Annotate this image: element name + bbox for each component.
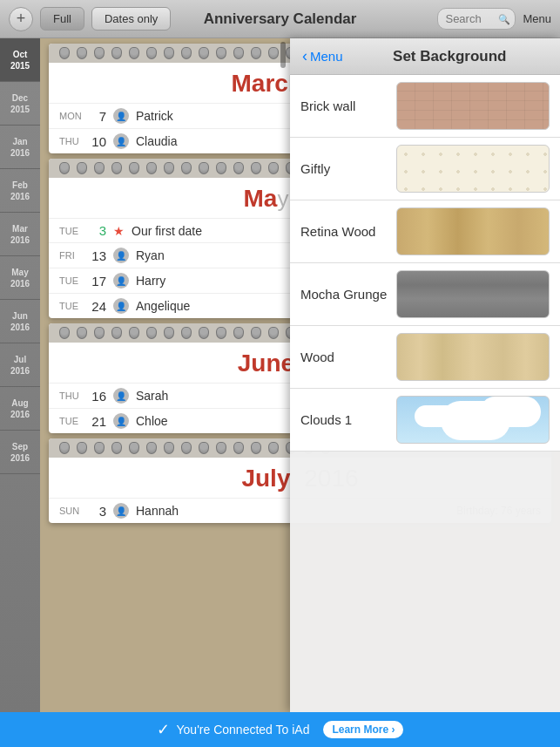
spiral-dot bbox=[59, 162, 70, 174]
spiral-dot bbox=[146, 47, 157, 59]
spiral-dot bbox=[146, 327, 157, 339]
bg-preview-mocha bbox=[396, 270, 550, 318]
search-wrap bbox=[437, 8, 516, 30]
sidebar-item-dec2015[interactable]: Dec 2015 bbox=[0, 82, 40, 126]
person-icon: 👤 bbox=[113, 503, 129, 519]
bg-preview-giftly bbox=[396, 145, 550, 193]
bg-option-retina-wood[interactable]: Retina Wood bbox=[290, 200, 560, 263]
bg-option-mocha-grunge[interactable]: Mocha Grunge bbox=[290, 263, 560, 326]
spiral-dot bbox=[129, 47, 139, 59]
check-icon: ✓ bbox=[157, 720, 170, 739]
spiral-dot bbox=[199, 442, 209, 454]
bg-label-clouds: Clouds 1 bbox=[300, 412, 396, 427]
top-bar-left: + Full Dates only bbox=[9, 7, 171, 31]
full-button[interactable]: Full bbox=[40, 7, 84, 31]
bg-label-wood: Wood bbox=[300, 350, 396, 364]
spiral-dot bbox=[233, 47, 244, 59]
back-label: Menu bbox=[310, 49, 343, 64]
spiral-dot bbox=[199, 327, 209, 339]
spiral-dot bbox=[251, 442, 261, 454]
person-icon: 👤 bbox=[113, 133, 129, 149]
sidebar-item-may2016[interactable]: May 2016 bbox=[0, 256, 40, 300]
spiral-dot bbox=[233, 327, 244, 339]
spiral-dot bbox=[94, 327, 105, 339]
person-icon: 👤 bbox=[113, 388, 129, 404]
spiral-dot bbox=[233, 162, 244, 174]
spiral-dot bbox=[111, 327, 122, 339]
scroll-indicator[interactable] bbox=[280, 42, 286, 68]
person-icon: 👤 bbox=[113, 298, 129, 314]
spiral-dot bbox=[94, 47, 105, 59]
spiral-dot bbox=[216, 442, 226, 454]
spiral-dot bbox=[164, 442, 174, 454]
spiral-dot bbox=[129, 327, 139, 339]
bg-option-brick-wall[interactable]: Brick wall bbox=[290, 75, 560, 138]
spiral-dot bbox=[111, 47, 122, 59]
person-icon: 👤 bbox=[113, 273, 129, 289]
spiral-dot bbox=[111, 442, 122, 454]
spiral-dot bbox=[268, 327, 279, 339]
spiral-dot bbox=[111, 162, 122, 174]
top-bar: + Full Dates only Anniversary Calendar M… bbox=[0, 0, 560, 38]
spiral-dot bbox=[77, 162, 87, 174]
spiral-dot bbox=[251, 47, 261, 59]
app-title: Anniversary Calendar bbox=[204, 10, 357, 28]
spiral-dot bbox=[268, 442, 279, 454]
spiral-dot bbox=[129, 442, 139, 454]
spiral-dot bbox=[164, 47, 174, 59]
sidebar-item-aug2016[interactable]: Aug 2016 bbox=[0, 387, 40, 431]
spiral-dot bbox=[216, 327, 226, 339]
spiral-dot bbox=[129, 162, 139, 174]
bg-label-retina-wood: Retina Wood bbox=[300, 224, 396, 239]
bg-option-wood[interactable]: Wood bbox=[290, 326, 560, 389]
bg-label-mocha: Mocha Grunge bbox=[300, 287, 396, 302]
ad-text: You're Connected To iAd bbox=[177, 723, 310, 737]
back-button[interactable]: ‹ Menu bbox=[302, 47, 343, 65]
search-input[interactable] bbox=[437, 8, 516, 30]
spiral-dot bbox=[77, 327, 87, 339]
spiral-dot bbox=[268, 47, 279, 59]
spiral-dot bbox=[233, 442, 244, 454]
sidebar-item-feb2016[interactable]: Feb 2016 bbox=[0, 169, 40, 213]
sidebar-item-sep2016[interactable]: Sep 2016 bbox=[0, 431, 40, 474]
sidebar-item-mar2016[interactable]: Mar 2016 bbox=[0, 213, 40, 256]
spiral-dot bbox=[251, 327, 261, 339]
spiral-dot bbox=[181, 327, 192, 339]
set-background-panel: ‹ Menu Set Background Brick wall Giftly … bbox=[290, 38, 560, 712]
spiral-dot bbox=[59, 327, 70, 339]
sidebar: Oct 2015 Dec 2015 Jan 2016 Feb 2016 Mar … bbox=[0, 38, 40, 712]
spiral-dot bbox=[199, 162, 209, 174]
spiral-dot bbox=[199, 47, 209, 59]
bg-preview-retina-wood bbox=[396, 207, 550, 255]
bg-preview-clouds bbox=[396, 396, 550, 444]
bg-label-brick: Brick wall bbox=[300, 98, 396, 113]
spiral-dot bbox=[164, 162, 174, 174]
overlay-title: Set Background bbox=[352, 48, 548, 65]
sidebar-item-oct2015[interactable]: Oct 2015 bbox=[0, 38, 40, 82]
spiral-dot bbox=[94, 442, 105, 454]
bg-label-giftly: Giftly bbox=[300, 161, 396, 176]
spiral-dot bbox=[146, 442, 157, 454]
sidebar-item-jul2016[interactable]: Jul 2016 bbox=[0, 343, 40, 387]
sidebar-item-jun2016[interactable]: Jun 2016 bbox=[0, 300, 40, 343]
add-button[interactable]: + bbox=[9, 7, 33, 31]
bg-option-giftly[interactable]: Giftly bbox=[290, 138, 560, 200]
dates-only-button[interactable]: Dates only bbox=[91, 7, 171, 31]
star-icon: ★ bbox=[113, 224, 125, 238]
ad-bar: ✓ You're Connected To iAd Learn More › bbox=[0, 712, 560, 747]
main-content: Oct 2015 Dec 2015 Jan 2016 Feb 2016 Mar … bbox=[0, 38, 560, 712]
bg-option-clouds[interactable]: Clouds 1 bbox=[290, 389, 560, 452]
sidebar-item-jan2016[interactable]: Jan 2016 bbox=[0, 126, 40, 169]
spiral-dot bbox=[77, 442, 87, 454]
person-icon: 👤 bbox=[113, 413, 129, 429]
spiral-dot bbox=[251, 162, 261, 174]
learn-more-button[interactable]: Learn More › bbox=[323, 721, 403, 738]
overlay-header: ‹ Menu Set Background bbox=[290, 38, 560, 75]
spiral-dot bbox=[59, 442, 70, 454]
spiral-dot bbox=[77, 47, 87, 59]
spiral-dot bbox=[59, 47, 70, 59]
person-icon: 👤 bbox=[113, 108, 129, 124]
spiral-dot bbox=[94, 162, 105, 174]
spiral-dot bbox=[216, 47, 226, 59]
menu-button[interactable]: Menu bbox=[523, 12, 551, 25]
